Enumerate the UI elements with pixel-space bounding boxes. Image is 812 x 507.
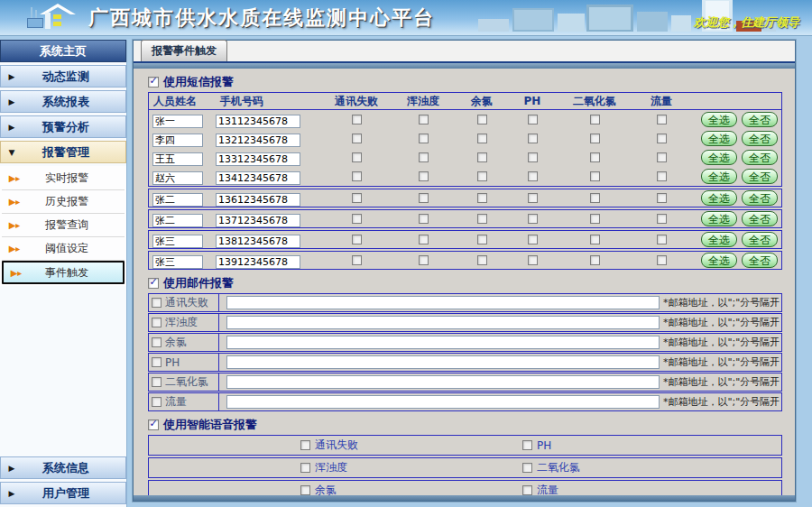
email-param-checkbox[interactable] bbox=[152, 298, 161, 308]
sidebar-item[interactable]: ▶ 预警分析 bbox=[0, 115, 126, 138]
flow-checkbox[interactable] bbox=[657, 152, 667, 162]
phone-number-input[interactable] bbox=[216, 235, 300, 248]
turbidity-checkbox[interactable] bbox=[419, 255, 429, 265]
email-param-checkbox[interactable] bbox=[152, 377, 161, 387]
voice-param-checkbox[interactable] bbox=[300, 440, 310, 450]
residual-chlorine-checkbox[interactable] bbox=[477, 152, 487, 162]
comm-fail-checkbox[interactable] bbox=[352, 152, 362, 162]
turbidity-checkbox[interactable] bbox=[419, 193, 429, 203]
email-param-checkbox[interactable] bbox=[152, 318, 161, 327]
select-none-button[interactable]: 全否 bbox=[742, 211, 778, 226]
residual-chlorine-checkbox[interactable] bbox=[477, 171, 487, 181]
sidebar-subitem[interactable]: ▶▸ 历史报警 bbox=[2, 190, 125, 214]
sidebar-subitem[interactable]: ▶▸ 报警查询 bbox=[2, 214, 125, 237]
email-address-input[interactable] bbox=[226, 395, 660, 409]
ph-checkbox[interactable] bbox=[528, 214, 538, 224]
turbidity-checkbox[interactable] bbox=[419, 152, 429, 162]
email-address-input[interactable] bbox=[226, 296, 660, 309]
person-name-input[interactable] bbox=[152, 193, 203, 207]
voice-param-checkbox[interactable] bbox=[300, 463, 310, 473]
residual-chlorine-checkbox[interactable] bbox=[477, 255, 487, 265]
phone-number-input[interactable] bbox=[216, 134, 300, 147]
sidebar-subitem[interactable]: ▶▸ 实时报警 bbox=[2, 167, 125, 190]
ph-checkbox[interactable] bbox=[528, 171, 538, 181]
ph-checkbox[interactable] bbox=[528, 134, 538, 143]
use-sms-alarm-checkbox[interactable] bbox=[148, 77, 159, 88]
chlorine-dioxide-checkbox[interactable] bbox=[590, 171, 600, 181]
phone-number-input[interactable] bbox=[216, 193, 300, 207]
flow-checkbox[interactable] bbox=[657, 115, 667, 124]
phone-number-input[interactable] bbox=[216, 152, 300, 166]
email-param-checkbox[interactable] bbox=[152, 357, 161, 367]
turbidity-checkbox[interactable] bbox=[419, 134, 429, 143]
sidebar-item-alarm-management[interactable]: ▼ 报警管理 bbox=[0, 141, 126, 163]
select-all-button[interactable]: 全选 bbox=[701, 232, 737, 247]
select-none-button[interactable]: 全否 bbox=[742, 190, 778, 206]
chlorine-dioxide-checkbox[interactable] bbox=[590, 255, 600, 265]
chlorine-dioxide-checkbox[interactable] bbox=[590, 214, 600, 224]
select-all-button[interactable]: 全选 bbox=[701, 190, 737, 206]
phone-number-input[interactable] bbox=[216, 255, 300, 269]
ph-checkbox[interactable] bbox=[528, 152, 538, 162]
sidebar-item-bottom[interactable]: ▶ 系统信息 bbox=[0, 456, 126, 479]
select-all-button[interactable]: 全选 bbox=[701, 211, 737, 226]
tab-alarm-event-trigger[interactable]: 报警事件触发 bbox=[141, 40, 227, 61]
residual-chlorine-checkbox[interactable] bbox=[477, 193, 487, 203]
residual-chlorine-checkbox[interactable] bbox=[477, 214, 487, 224]
flow-checkbox[interactable] bbox=[657, 171, 667, 181]
select-all-button[interactable]: 全选 bbox=[701, 131, 737, 146]
residual-chlorine-checkbox[interactable] bbox=[477, 235, 487, 244]
phone-number-input[interactable] bbox=[216, 214, 300, 227]
ph-checkbox[interactable] bbox=[528, 193, 538, 203]
email-param-checkbox[interactable] bbox=[152, 397, 161, 407]
comm-fail-checkbox[interactable] bbox=[352, 171, 362, 181]
chlorine-dioxide-checkbox[interactable] bbox=[590, 134, 600, 143]
turbidity-checkbox[interactable] bbox=[419, 214, 429, 224]
person-name-input[interactable] bbox=[152, 171, 203, 185]
select-none-button[interactable]: 全否 bbox=[742, 169, 778, 184]
select-none-button[interactable]: 全否 bbox=[742, 131, 778, 146]
chlorine-dioxide-checkbox[interactable] bbox=[590, 235, 600, 244]
select-all-button[interactable]: 全选 bbox=[701, 112, 737, 127]
turbidity-checkbox[interactable] bbox=[419, 171, 429, 181]
comm-fail-checkbox[interactable] bbox=[352, 235, 362, 244]
select-none-button[interactable]: 全否 bbox=[742, 150, 778, 165]
sidebar-subitem-event-trigger[interactable]: ▶▸ 事件触发 bbox=[2, 261, 125, 284]
flow-checkbox[interactable] bbox=[657, 255, 667, 265]
email-param-checkbox[interactable] bbox=[152, 337, 161, 347]
flow-checkbox[interactable] bbox=[657, 193, 667, 203]
ph-checkbox[interactable] bbox=[528, 115, 538, 124]
person-name-input[interactable] bbox=[152, 152, 203, 166]
voice-param-checkbox[interactable] bbox=[300, 485, 310, 495]
person-name-input[interactable] bbox=[152, 235, 203, 248]
turbidity-checkbox[interactable] bbox=[419, 235, 429, 244]
person-name-input[interactable] bbox=[152, 115, 203, 128]
use-voice-alarm-checkbox[interactable] bbox=[148, 419, 159, 430]
select-none-button[interactable]: 全否 bbox=[742, 112, 778, 127]
turbidity-checkbox[interactable] bbox=[419, 115, 429, 124]
comm-fail-checkbox[interactable] bbox=[352, 115, 362, 124]
email-address-input[interactable] bbox=[226, 375, 660, 389]
comm-fail-checkbox[interactable] bbox=[352, 134, 362, 143]
person-name-input[interactable] bbox=[152, 134, 203, 147]
sidebar-item-home[interactable]: 系统主页 bbox=[0, 40, 126, 62]
phone-number-input[interactable] bbox=[216, 115, 300, 128]
email-address-input[interactable] bbox=[226, 336, 660, 349]
flow-checkbox[interactable] bbox=[657, 214, 667, 224]
select-all-button[interactable]: 全选 bbox=[701, 169, 737, 184]
residual-chlorine-checkbox[interactable] bbox=[477, 134, 487, 143]
select-all-button[interactable]: 全选 bbox=[701, 253, 737, 268]
sidebar-subitem[interactable]: ▶▸ 阈值设定 bbox=[2, 237, 125, 261]
person-name-input[interactable] bbox=[152, 255, 203, 269]
sidebar-item[interactable]: ▶ 系统报表 bbox=[0, 90, 126, 113]
residual-chlorine-checkbox[interactable] bbox=[477, 115, 487, 124]
comm-fail-checkbox[interactable] bbox=[352, 255, 362, 265]
email-address-input[interactable] bbox=[226, 355, 660, 369]
select-none-button[interactable]: 全否 bbox=[742, 253, 778, 268]
voice-param-checkbox[interactable] bbox=[522, 440, 532, 450]
phone-number-input[interactable] bbox=[216, 171, 300, 185]
flow-checkbox[interactable] bbox=[657, 134, 667, 143]
flow-checkbox[interactable] bbox=[657, 235, 667, 244]
ph-checkbox[interactable] bbox=[528, 255, 538, 265]
chlorine-dioxide-checkbox[interactable] bbox=[590, 115, 600, 124]
